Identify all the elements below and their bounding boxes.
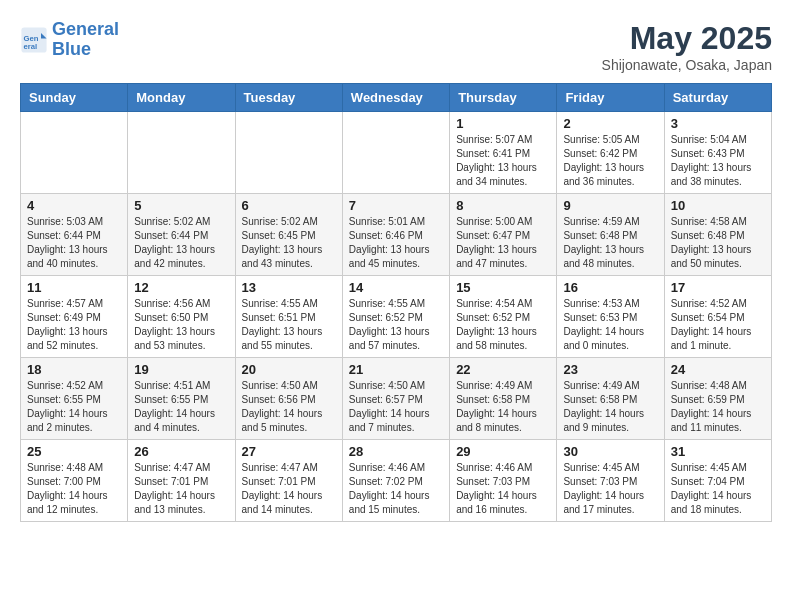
day-info: Sunrise: 4:51 AM Sunset: 6:55 PM Dayligh… — [134, 379, 228, 435]
calendar-cell: 26Sunrise: 4:47 AM Sunset: 7:01 PM Dayli… — [128, 440, 235, 522]
calendar-cell: 10Sunrise: 4:58 AM Sunset: 6:48 PM Dayli… — [664, 194, 771, 276]
day-info: Sunrise: 5:02 AM Sunset: 6:44 PM Dayligh… — [134, 215, 228, 271]
month-title: May 2025 — [602, 20, 772, 57]
day-info: Sunrise: 4:57 AM Sunset: 6:49 PM Dayligh… — [27, 297, 121, 353]
day-number: 16 — [563, 280, 657, 295]
day-number: 21 — [349, 362, 443, 377]
day-info: Sunrise: 4:45 AM Sunset: 7:03 PM Dayligh… — [563, 461, 657, 517]
calendar-week-3: 11Sunrise: 4:57 AM Sunset: 6:49 PM Dayli… — [21, 276, 772, 358]
day-number: 2 — [563, 116, 657, 131]
day-info: Sunrise: 4:58 AM Sunset: 6:48 PM Dayligh… — [671, 215, 765, 271]
weekday-header-saturday: Saturday — [664, 84, 771, 112]
day-number: 19 — [134, 362, 228, 377]
calendar-cell: 14Sunrise: 4:55 AM Sunset: 6:52 PM Dayli… — [342, 276, 449, 358]
day-number: 23 — [563, 362, 657, 377]
calendar-cell: 22Sunrise: 4:49 AM Sunset: 6:58 PM Dayli… — [450, 358, 557, 440]
day-number: 15 — [456, 280, 550, 295]
calendar-cell: 27Sunrise: 4:47 AM Sunset: 7:01 PM Dayli… — [235, 440, 342, 522]
day-info: Sunrise: 5:07 AM Sunset: 6:41 PM Dayligh… — [456, 133, 550, 189]
calendar-cell: 24Sunrise: 4:48 AM Sunset: 6:59 PM Dayli… — [664, 358, 771, 440]
day-number: 26 — [134, 444, 228, 459]
day-number: 20 — [242, 362, 336, 377]
calendar-cell: 19Sunrise: 4:51 AM Sunset: 6:55 PM Dayli… — [128, 358, 235, 440]
calendar-cell: 30Sunrise: 4:45 AM Sunset: 7:03 PM Dayli… — [557, 440, 664, 522]
svg-text:eral: eral — [24, 42, 38, 51]
logo-text: General Blue — [52, 20, 119, 60]
calendar-table: SundayMondayTuesdayWednesdayThursdayFrid… — [20, 83, 772, 522]
day-info: Sunrise: 4:46 AM Sunset: 7:02 PM Dayligh… — [349, 461, 443, 517]
day-number: 5 — [134, 198, 228, 213]
calendar-cell: 29Sunrise: 4:46 AM Sunset: 7:03 PM Dayli… — [450, 440, 557, 522]
day-number: 13 — [242, 280, 336, 295]
day-number: 27 — [242, 444, 336, 459]
day-info: Sunrise: 4:48 AM Sunset: 6:59 PM Dayligh… — [671, 379, 765, 435]
calendar-cell: 9Sunrise: 4:59 AM Sunset: 6:48 PM Daylig… — [557, 194, 664, 276]
day-info: Sunrise: 4:59 AM Sunset: 6:48 PM Dayligh… — [563, 215, 657, 271]
weekday-header-row: SundayMondayTuesdayWednesdayThursdayFrid… — [21, 84, 772, 112]
day-info: Sunrise: 4:55 AM Sunset: 6:52 PM Dayligh… — [349, 297, 443, 353]
calendar-cell: 8Sunrise: 5:00 AM Sunset: 6:47 PM Daylig… — [450, 194, 557, 276]
day-number: 28 — [349, 444, 443, 459]
calendar-cell: 6Sunrise: 5:02 AM Sunset: 6:45 PM Daylig… — [235, 194, 342, 276]
day-info: Sunrise: 5:01 AM Sunset: 6:46 PM Dayligh… — [349, 215, 443, 271]
day-info: Sunrise: 5:05 AM Sunset: 6:42 PM Dayligh… — [563, 133, 657, 189]
day-number: 11 — [27, 280, 121, 295]
day-number: 1 — [456, 116, 550, 131]
calendar-cell: 11Sunrise: 4:57 AM Sunset: 6:49 PM Dayli… — [21, 276, 128, 358]
day-number: 12 — [134, 280, 228, 295]
day-info: Sunrise: 5:00 AM Sunset: 6:47 PM Dayligh… — [456, 215, 550, 271]
day-number: 7 — [349, 198, 443, 213]
day-info: Sunrise: 4:50 AM Sunset: 6:57 PM Dayligh… — [349, 379, 443, 435]
page-header: Gen eral General Blue May 2025 Shijonawa… — [20, 20, 772, 73]
calendar-cell: 7Sunrise: 5:01 AM Sunset: 6:46 PM Daylig… — [342, 194, 449, 276]
calendar-cell: 5Sunrise: 5:02 AM Sunset: 6:44 PM Daylig… — [128, 194, 235, 276]
day-number: 29 — [456, 444, 550, 459]
calendar-cell: 16Sunrise: 4:53 AM Sunset: 6:53 PM Dayli… — [557, 276, 664, 358]
day-info: Sunrise: 4:46 AM Sunset: 7:03 PM Dayligh… — [456, 461, 550, 517]
day-info: Sunrise: 4:48 AM Sunset: 7:00 PM Dayligh… — [27, 461, 121, 517]
day-number: 9 — [563, 198, 657, 213]
weekday-header-monday: Monday — [128, 84, 235, 112]
calendar-cell: 1Sunrise: 5:07 AM Sunset: 6:41 PM Daylig… — [450, 112, 557, 194]
day-info: Sunrise: 4:54 AM Sunset: 6:52 PM Dayligh… — [456, 297, 550, 353]
day-number: 10 — [671, 198, 765, 213]
logo-icon: Gen eral — [20, 26, 48, 54]
calendar-week-2: 4Sunrise: 5:03 AM Sunset: 6:44 PM Daylig… — [21, 194, 772, 276]
calendar-cell: 21Sunrise: 4:50 AM Sunset: 6:57 PM Dayli… — [342, 358, 449, 440]
logo: Gen eral General Blue — [20, 20, 119, 60]
day-info: Sunrise: 4:47 AM Sunset: 7:01 PM Dayligh… — [242, 461, 336, 517]
day-info: Sunrise: 4:55 AM Sunset: 6:51 PM Dayligh… — [242, 297, 336, 353]
calendar-week-5: 25Sunrise: 4:48 AM Sunset: 7:00 PM Dayli… — [21, 440, 772, 522]
day-info: Sunrise: 4:49 AM Sunset: 6:58 PM Dayligh… — [456, 379, 550, 435]
day-number: 24 — [671, 362, 765, 377]
day-number: 18 — [27, 362, 121, 377]
calendar-week-1: 1Sunrise: 5:07 AM Sunset: 6:41 PM Daylig… — [21, 112, 772, 194]
day-number: 3 — [671, 116, 765, 131]
day-number: 25 — [27, 444, 121, 459]
day-info: Sunrise: 5:04 AM Sunset: 6:43 PM Dayligh… — [671, 133, 765, 189]
day-info: Sunrise: 4:53 AM Sunset: 6:53 PM Dayligh… — [563, 297, 657, 353]
weekday-header-sunday: Sunday — [21, 84, 128, 112]
day-number: 4 — [27, 198, 121, 213]
calendar-cell: 25Sunrise: 4:48 AM Sunset: 7:00 PM Dayli… — [21, 440, 128, 522]
day-info: Sunrise: 5:03 AM Sunset: 6:44 PM Dayligh… — [27, 215, 121, 271]
calendar-cell: 3Sunrise: 5:04 AM Sunset: 6:43 PM Daylig… — [664, 112, 771, 194]
weekday-header-friday: Friday — [557, 84, 664, 112]
day-info: Sunrise: 5:02 AM Sunset: 6:45 PM Dayligh… — [242, 215, 336, 271]
calendar-cell: 28Sunrise: 4:46 AM Sunset: 7:02 PM Dayli… — [342, 440, 449, 522]
calendar-cell: 18Sunrise: 4:52 AM Sunset: 6:55 PM Dayli… — [21, 358, 128, 440]
day-info: Sunrise: 4:56 AM Sunset: 6:50 PM Dayligh… — [134, 297, 228, 353]
calendar-cell: 13Sunrise: 4:55 AM Sunset: 6:51 PM Dayli… — [235, 276, 342, 358]
day-number: 14 — [349, 280, 443, 295]
calendar-cell: 31Sunrise: 4:45 AM Sunset: 7:04 PM Dayli… — [664, 440, 771, 522]
day-number: 8 — [456, 198, 550, 213]
calendar-cell: 20Sunrise: 4:50 AM Sunset: 6:56 PM Dayli… — [235, 358, 342, 440]
logo-line1: General — [52, 19, 119, 39]
weekday-header-thursday: Thursday — [450, 84, 557, 112]
calendar-cell — [235, 112, 342, 194]
calendar-cell — [342, 112, 449, 194]
calendar-cell: 17Sunrise: 4:52 AM Sunset: 6:54 PM Dayli… — [664, 276, 771, 358]
calendar-cell — [21, 112, 128, 194]
day-info: Sunrise: 4:47 AM Sunset: 7:01 PM Dayligh… — [134, 461, 228, 517]
day-info: Sunrise: 4:45 AM Sunset: 7:04 PM Dayligh… — [671, 461, 765, 517]
